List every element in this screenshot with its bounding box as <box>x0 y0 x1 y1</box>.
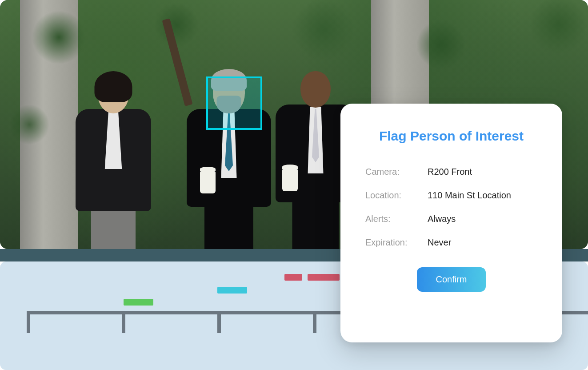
field-alerts: Alerts: Always <box>365 214 537 224</box>
timeline-event-red[interactable] <box>284 274 302 281</box>
field-location: Location: 110 Main St Location <box>365 190 537 201</box>
timeline-tick <box>313 311 316 333</box>
timeline-tick <box>27 311 30 333</box>
field-value: R200 Front <box>428 167 472 177</box>
field-label: Expiration: <box>365 237 428 248</box>
flag-person-modal: Flag Person of Interest Camera: R200 Fro… <box>340 104 562 342</box>
timeline-event-green[interactable] <box>124 299 153 306</box>
timeline-tick <box>122 311 125 333</box>
timeline-event-cyan[interactable] <box>217 287 247 294</box>
field-label: Location: <box>365 190 428 201</box>
person-figure <box>71 76 156 249</box>
field-camera: Camera: R200 Front <box>365 167 537 177</box>
face-detection-box[interactable] <box>206 76 262 130</box>
timeline-event-red[interactable] <box>308 274 340 281</box>
field-value: 110 Main St Location <box>428 190 511 201</box>
field-value: Never <box>428 237 451 248</box>
field-expiration: Expiration: Never <box>365 237 537 248</box>
confirm-button[interactable]: Confirm <box>417 267 485 292</box>
field-label: Camera: <box>365 167 428 177</box>
field-label: Alerts: <box>365 214 428 224</box>
timeline-tick <box>217 311 221 333</box>
field-value: Always <box>428 214 456 224</box>
modal-title: Flag Person of Interest <box>365 129 537 144</box>
